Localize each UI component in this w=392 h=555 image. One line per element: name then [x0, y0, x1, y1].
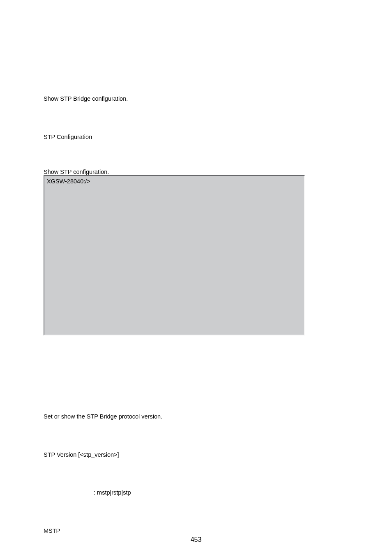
text-stp-version-values: : mstp|rstp|stp [94, 489, 131, 496]
text-mstp: MSTP [44, 527, 60, 534]
code-box: XGSW-28040:/> [44, 175, 305, 335]
text-show-bridge: Show STP Bridge configuration. [44, 95, 128, 102]
text-stp-configuration: STP Configuration [44, 134, 92, 141]
code-prompt: XGSW-28040:/> [47, 178, 90, 185]
text-stp-version-syntax: STP Version [<stp_version>] [44, 451, 119, 458]
page-number: 453 [0, 536, 392, 543]
text-set-or-show: Set or show the STP Bridge protocol vers… [44, 413, 162, 420]
page-content: Show STP Bridge configuration. STP Confi… [44, 0, 348, 555]
text-show-configuration: Show STP configuration. [44, 169, 109, 176]
